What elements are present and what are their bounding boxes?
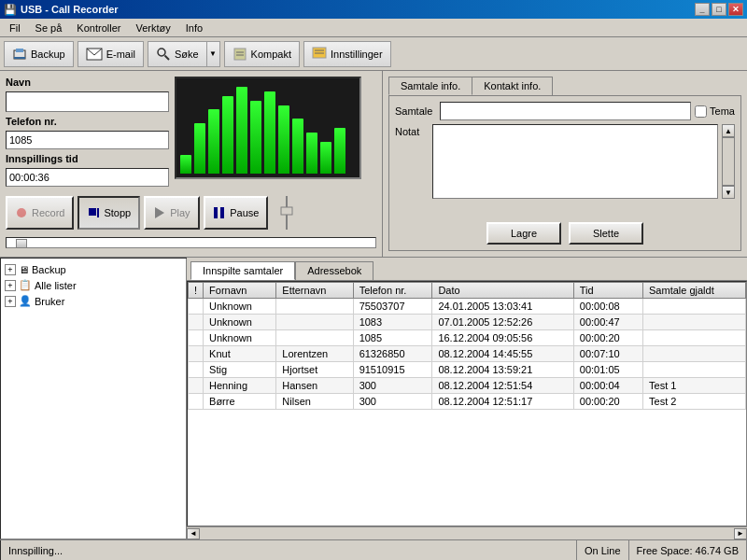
- cell-3-1: Knut: [204, 346, 276, 362]
- backup-button[interactable]: Backup: [4, 41, 74, 67]
- alle-lister-expander[interactable]: +: [5, 280, 16, 291]
- col-header-excl[interactable]: !: [189, 283, 204, 299]
- maximize-button[interactable]: □: [712, 3, 726, 16]
- status-recording: Innspilling...: [0, 540, 577, 560]
- samtale-label: Samtale: [395, 105, 432, 117]
- cell-3-0: [189, 346, 204, 362]
- cell-0-2: [276, 299, 353, 315]
- tab-innspilte-samtaler[interactable]: Innspilte samtaler: [190, 261, 295, 280]
- tab-bar: Samtale info. Kontakt info.: [388, 77, 741, 96]
- status-bar: Innspilling... On Line Free Space: 46.74…: [0, 539, 747, 560]
- scrollbar-h-track: [200, 528, 734, 539]
- compact-button[interactable]: Kompakt: [224, 41, 300, 67]
- stop-button[interactable]: Stopp: [78, 196, 140, 230]
- cell-6-5: 00:00:20: [573, 394, 642, 410]
- alle-lister-label: Alle lister: [35, 280, 77, 291]
- svg-rect-1: [16, 49, 23, 52]
- left-panel: Navn Telefon nr. 1085 Innspillings tid 0…: [0, 71, 383, 257]
- cell-5-4: 08.12.2004 12:51:54: [432, 378, 573, 394]
- name-label: Navn: [6, 77, 169, 88]
- progress-bar[interactable]: [6, 237, 376, 248]
- cell-6-0: [189, 394, 204, 410]
- svg-rect-17: [220, 207, 224, 218]
- title-bar: 💾 USB - Call Recorder _ □ ✕: [0, 0, 747, 19]
- recording-time-label: Innspillings tid: [6, 153, 169, 164]
- cell-0-5: 00:00:08: [573, 299, 642, 315]
- col-header-fornavn[interactable]: Fornavn: [204, 283, 276, 299]
- cell-4-5: 00:01:05: [573, 362, 642, 378]
- bruker-label: Bruker: [35, 296, 64, 307]
- tree-item-bruker[interactable]: + 👤 Bruker: [5, 293, 182, 309]
- search-dropdown-arrow[interactable]: ▼: [207, 41, 220, 67]
- bruker-icon: 👤: [19, 295, 32, 307]
- menu-sepa[interactable]: Se på: [30, 21, 68, 35]
- table-row[interactable]: Unknown108307.01.2005 12:52:2600:00:47: [189, 315, 746, 330]
- cell-0-3: 75503707: [353, 299, 432, 315]
- menu-verktoy[interactable]: Verktøy: [130, 21, 176, 35]
- col-header-dato[interactable]: Dato: [432, 283, 573, 299]
- tab-content: Samtale Tema Notat ▲ ▼: [388, 96, 741, 251]
- eq-bar: [222, 96, 233, 174]
- play-button[interactable]: Play: [144, 196, 200, 230]
- svg-rect-19: [281, 207, 292, 215]
- scrollbar-left[interactable]: ◄: [187, 528, 200, 539]
- tab-adressebok[interactable]: Adressebok: [295, 261, 374, 280]
- svg-rect-16: [214, 207, 218, 218]
- search-button[interactable]: Søke: [148, 41, 207, 67]
- scrollbar-right[interactable]: ►: [734, 528, 747, 539]
- cell-6-3: 300: [353, 394, 432, 410]
- pause-button[interactable]: Pause: [204, 196, 268, 230]
- bruker-expander[interactable]: +: [5, 296, 16, 307]
- tree-item-alle-lister[interactable]: + 📋 Alle lister: [5, 277, 182, 293]
- delete-button[interactable]: Slette: [569, 222, 643, 245]
- scrollbar-track[interactable]: [722, 137, 735, 186]
- svg-point-12: [17, 208, 26, 217]
- save-button[interactable]: Lagre: [486, 222, 561, 245]
- progress-thumb[interactable]: [16, 239, 27, 248]
- table-row[interactable]: Unknown108516.12.2004 09:05:5600:00:20: [189, 330, 746, 346]
- tema-checkbox[interactable]: [695, 105, 707, 118]
- table-row[interactable]: HenningHansen30008.12.2004 12:51:5400:00…: [189, 378, 746, 394]
- table-row[interactable]: BørreNilsen30008.12.2004 12:51:1700:00:2…: [189, 394, 746, 410]
- menu-fil[interactable]: Fil: [4, 21, 26, 35]
- close-button[interactable]: ✕: [728, 3, 743, 16]
- menu-kontroller[interactable]: Kontroller: [71, 21, 126, 35]
- top-section: Navn Telefon nr. 1085 Innspillings tid 0…: [0, 71, 747, 258]
- scrollbar-down[interactable]: ▼: [722, 186, 735, 199]
- tree-item-backup[interactable]: + 🖥 Backup: [5, 262, 182, 277]
- settings-button[interactable]: Innstillinger: [303, 41, 391, 67]
- samtale-input[interactable]: [440, 102, 691, 120]
- cell-0-4: 24.01.2005 13:03:41: [432, 299, 573, 315]
- eq-bar: [306, 133, 317, 174]
- col-header-samtale[interactable]: Samtale gjaldt: [643, 283, 746, 299]
- cell-2-3: 1085: [353, 330, 432, 346]
- eq-bar: [320, 142, 331, 174]
- horizontal-scrollbar[interactable]: ◄ ►: [187, 526, 747, 539]
- toolbar: Backup E-mail Søke ▼ Kompakt: [0, 37, 747, 71]
- table-row[interactable]: StigHjortset9151091508.12.2004 13:59:210…: [189, 362, 746, 378]
- tema-checkbox-label: Tema: [695, 105, 735, 118]
- volume-control: [277, 194, 296, 231]
- title-bar-left: 💾 USB - Call Recorder: [4, 4, 119, 16]
- menu-info[interactable]: Info: [180, 21, 208, 35]
- cell-4-6: [643, 362, 746, 378]
- eq-bar: [194, 123, 205, 174]
- tab-samtale-info[interactable]: Samtale info.: [388, 77, 472, 95]
- tab-kontakt-info[interactable]: Kontakt info.: [472, 77, 553, 95]
- cell-3-6: [643, 346, 746, 362]
- notat-textarea[interactable]: [432, 124, 718, 199]
- col-header-etternavn[interactable]: Etternavn: [276, 283, 353, 299]
- left-info: Navn Telefon nr. 1085 Innspillings tid 0…: [6, 77, 376, 187]
- col-header-telefon[interactable]: Telefon nr.: [353, 283, 432, 299]
- cell-5-5: 00:00:04: [573, 378, 642, 394]
- email-button[interactable]: E-mail: [78, 41, 144, 67]
- record-button[interactable]: Record: [6, 196, 74, 230]
- cell-1-0: [189, 315, 204, 330]
- scrollbar-up[interactable]: ▲: [722, 124, 735, 137]
- table-row[interactable]: Unknown7550370724.01.2005 13:03:4100:00:…: [189, 299, 746, 315]
- col-header-tid[interactable]: Tid: [573, 283, 642, 299]
- minimize-button[interactable]: _: [695, 3, 710, 16]
- table-row[interactable]: KnutLorentzen6132685008.12.2004 14:45:55…: [189, 346, 746, 362]
- cell-6-6: Test 2: [643, 394, 746, 410]
- backup-expander[interactable]: +: [5, 264, 16, 275]
